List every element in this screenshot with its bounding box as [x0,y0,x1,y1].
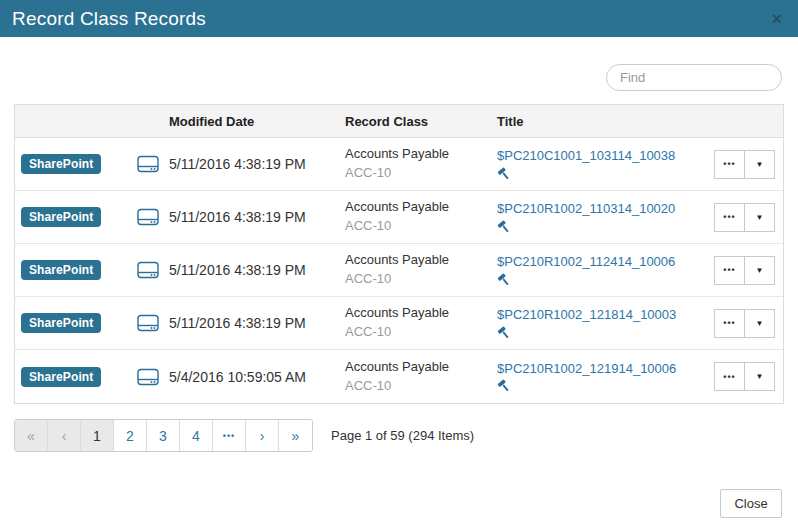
row-dropdown-button[interactable]: ▼ [744,309,775,338]
modified-date: 5/11/2016 4:38:19 PM [169,156,345,172]
records-table: Modified Date Record Class Title SharePo… [14,104,784,404]
record-class-code: ACC-10 [345,377,497,396]
column-header-record-class: Record Class [345,114,497,129]
sharepoint-badge: SharePoint [21,154,101,174]
gavel-icon [497,379,707,393]
pager: « ‹ 1 2 3 4 ••• › » [14,419,313,452]
source-badge-cell: SharePoint [15,313,127,333]
title-cell: $PC210R1002_110314_10020 [497,200,707,233]
source-badge-cell: SharePoint [15,207,127,227]
pager-page-1[interactable]: 1 [81,420,114,451]
find-row [0,64,782,91]
sharepoint-badge: SharePoint [21,313,101,333]
row-dropdown-button[interactable]: ▼ [744,362,775,391]
ellipsis-icon: ••• [723,265,735,275]
title-cell: $PC210R1002_121814_10003 [497,306,707,339]
record-class-name: Accounts Payable [345,358,497,377]
pager-ellipsis-button[interactable]: ••• [213,420,246,451]
record-class-code: ACC-10 [345,164,497,183]
ellipsis-icon: ••• [723,159,735,169]
record-title-link[interactable]: $PC210R1002_121914_10006 [497,360,707,378]
source-badge-cell: SharePoint [15,260,127,280]
row-actions: ••• ▼ [707,362,783,391]
record-class-name: Accounts Payable [345,251,497,270]
more-actions-button[interactable]: ••• [714,203,745,232]
record-class-name: Accounts Payable [345,145,497,164]
source-badge-cell: SharePoint [15,154,127,174]
pager-page-4[interactable]: 4 [180,420,213,451]
title-cell: $PC210C1001_103114_10038 [497,147,707,180]
record-class-code: ACC-10 [345,270,497,289]
dialog-titlebar: Record Class Records × [0,0,798,37]
table-header-row: Modified Date Record Class Title [15,105,783,138]
gavel-icon [497,273,707,287]
record-title-link[interactable]: $PC210C1001_103114_10038 [497,147,707,165]
row-dropdown-button[interactable]: ▼ [744,256,775,285]
table-row: SharePoint 5/4/2016 10:59:05 AM Accounts… [15,350,783,403]
modified-date: 5/4/2016 10:59:05 AM [169,369,345,385]
pager-prev-button[interactable]: ‹ [48,420,81,451]
pager-page-2[interactable]: 2 [114,420,147,451]
chevron-down-icon: ▼ [756,213,764,222]
disk-drive-icon [127,261,169,279]
title-cell: $PC210R1002_112414_10006 [497,253,707,286]
chevron-down-icon: ▼ [756,372,764,381]
record-title-link[interactable]: $PC210R1002_112414_10006 [497,253,707,271]
gavel-icon [497,326,707,340]
pagination-row: « ‹ 1 2 3 4 ••• › » Page 1 of 59 (294 It… [14,419,784,452]
gavel-icon [497,220,707,234]
chevron-down-icon: ▼ [756,160,764,169]
record-class-cell: Accounts Payable ACC-10 [345,251,497,289]
more-actions-button[interactable]: ••• [714,256,745,285]
ellipsis-icon: ••• [723,212,735,222]
pager-last-button[interactable]: » [279,420,312,451]
more-actions-button[interactable]: ••• [714,362,745,391]
disk-drive-icon [127,314,169,332]
row-actions: ••• ▼ [707,309,783,338]
table-row: SharePoint 5/11/2016 4:38:19 PM Accounts… [15,138,783,191]
disk-drive-icon [127,155,169,173]
modified-date: 5/11/2016 4:38:19 PM [169,209,345,225]
record-class-cell: Accounts Payable ACC-10 [345,145,497,183]
more-actions-button[interactable]: ••• [714,150,745,179]
find-input[interactable] [606,64,782,91]
column-header-title: Title [497,114,707,129]
disk-drive-icon [127,208,169,226]
table-row: SharePoint 5/11/2016 4:38:19 PM Accounts… [15,244,783,297]
table-row: SharePoint 5/11/2016 4:38:19 PM Accounts… [15,191,783,244]
modified-date: 5/11/2016 4:38:19 PM [169,315,345,331]
ellipsis-icon: ••• [723,372,735,382]
close-icon[interactable]: × [771,10,782,28]
chevron-down-icon: ▼ [756,266,764,275]
column-header-modified-date: Modified Date [169,114,345,129]
row-actions: ••• ▼ [707,203,783,232]
sharepoint-badge: SharePoint [21,260,101,280]
record-class-name: Accounts Payable [345,198,497,217]
pager-status: Page 1 of 59 (294 Items) [331,428,474,443]
record-class-code: ACC-10 [345,217,497,236]
row-actions: ••• ▼ [707,150,783,179]
chevron-down-icon: ▼ [756,319,764,328]
row-dropdown-button[interactable]: ▼ [744,150,775,179]
close-button[interactable]: Close [720,489,782,518]
dialog-title: Record Class Records [12,8,206,30]
pager-page-3[interactable]: 3 [147,420,180,451]
pager-next-button[interactable]: › [246,420,279,451]
record-class-cell: Accounts Payable ACC-10 [345,304,497,342]
record-title-link[interactable]: $PC210R1002_110314_10020 [497,200,707,218]
record-class-cell: Accounts Payable ACC-10 [345,358,497,396]
pager-first-button[interactable]: « [15,420,48,451]
row-dropdown-button[interactable]: ▼ [744,203,775,232]
source-badge-cell: SharePoint [15,367,127,387]
table-row: SharePoint 5/11/2016 4:38:19 PM Accounts… [15,297,783,350]
title-cell: $PC210R1002_121914_10006 [497,360,707,393]
sharepoint-badge: SharePoint [21,207,101,227]
record-class-code: ACC-10 [345,323,497,342]
row-actions: ••• ▼ [707,256,783,285]
ellipsis-icon: ••• [723,318,735,328]
record-class-cell: Accounts Payable ACC-10 [345,198,497,236]
modified-date: 5/11/2016 4:38:19 PM [169,262,345,278]
record-title-link[interactable]: $PC210R1002_121814_10003 [497,306,707,324]
sharepoint-badge: SharePoint [21,367,101,387]
more-actions-button[interactable]: ••• [714,309,745,338]
